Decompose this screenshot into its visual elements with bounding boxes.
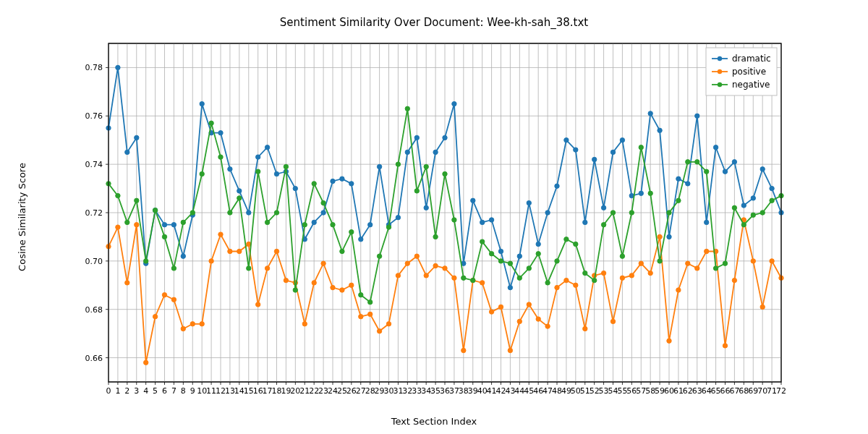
x-tick-label: 47 — [542, 386, 553, 396]
x-tick-label: 0 — [106, 386, 111, 396]
series-marker-positive — [302, 322, 307, 326]
series-marker-positive — [498, 305, 503, 309]
series-marker-dramatic — [181, 254, 185, 258]
x-tick-label: 24 — [328, 386, 338, 396]
series-marker-dramatic — [713, 145, 718, 150]
series-marker-negative — [629, 210, 634, 215]
series-marker-negative — [610, 210, 615, 215]
series-marker-dramatic — [396, 216, 400, 220]
series-marker-negative — [162, 234, 166, 239]
series-marker-negative — [461, 276, 466, 280]
x-tick-label: 44 — [514, 386, 524, 396]
series-marker-negative — [741, 223, 746, 227]
x-tick-label: 25 — [337, 386, 347, 396]
series-marker-negative — [125, 220, 129, 224]
series-marker-positive — [171, 297, 176, 302]
series-marker-negative — [751, 213, 755, 217]
series-marker-negative — [517, 276, 522, 280]
series-marker-dramatic — [247, 210, 251, 215]
x-tick-label: 61 — [673, 386, 684, 396]
series-marker-dramatic — [116, 65, 120, 69]
series-marker-positive — [639, 261, 643, 265]
series-marker-positive — [751, 259, 755, 263]
series-marker-dramatic — [293, 186, 297, 190]
x-tick-label: 60 — [664, 386, 674, 396]
series-marker-positive — [536, 317, 540, 321]
series-marker-negative — [200, 171, 204, 176]
series-marker-positive — [321, 261, 326, 265]
series-marker-negative — [536, 252, 540, 256]
series-marker-positive — [265, 266, 269, 271]
series-marker-dramatic — [265, 145, 269, 150]
series-marker-dramatic — [686, 182, 690, 186]
series-marker-dramatic — [695, 114, 699, 118]
x-tick-label: 69 — [748, 386, 758, 396]
y-tick-label: 0.68 — [85, 305, 103, 315]
series-marker-negative — [209, 121, 213, 125]
series-marker-dramatic — [162, 223, 166, 227]
series-marker-negative — [274, 210, 278, 215]
series-marker-positive — [723, 344, 727, 348]
series-marker-positive — [190, 322, 195, 326]
x-tick-label: 71 — [767, 386, 777, 396]
series-marker-negative — [705, 169, 709, 174]
series-marker-negative — [527, 266, 531, 271]
series-marker-dramatic — [610, 150, 615, 154]
series-marker-positive — [517, 319, 522, 323]
series-marker-negative — [256, 169, 260, 174]
series-marker-dramatic — [200, 101, 204, 106]
series-marker-negative — [564, 237, 569, 242]
series-marker-positive — [153, 315, 157, 319]
series-marker-dramatic — [676, 176, 681, 181]
series-marker-positive — [312, 281, 316, 285]
series-marker-positive — [181, 326, 185, 331]
series-marker-positive — [377, 329, 381, 333]
series-marker-dramatic — [517, 254, 522, 258]
x-tick-label: 65 — [711, 386, 721, 396]
series-marker-dramatic — [331, 179, 335, 183]
series-marker-negative — [601, 223, 605, 227]
series-marker-positive — [667, 339, 671, 343]
x-tick-label: 15 — [244, 386, 254, 396]
series-marker-negative — [321, 200, 326, 205]
y-tick-label: 0.70 — [85, 257, 103, 266]
series-marker-positive — [583, 326, 587, 331]
legend-marker-dramatic — [718, 56, 722, 61]
series-marker-dramatic — [555, 184, 559, 188]
series-marker-negative — [471, 278, 475, 282]
series-marker-dramatic — [405, 150, 409, 154]
series-marker-dramatic — [359, 237, 363, 242]
x-tick-label: 34 — [421, 386, 431, 396]
x-tick-label: 64 — [702, 386, 712, 396]
series-marker-dramatic — [751, 196, 755, 200]
series-marker-negative — [302, 223, 307, 227]
series-marker-positive — [601, 271, 605, 275]
series-marker-negative — [555, 259, 559, 263]
legend-marker-negative — [718, 82, 722, 87]
series-marker-negative — [293, 288, 297, 292]
x-tick-label: 55 — [617, 386, 627, 396]
y-tick-label: 0.72 — [85, 208, 103, 218]
series-marker-positive — [732, 278, 736, 282]
series-marker-negative — [414, 189, 419, 193]
x-tick-label: 31 — [393, 386, 403, 396]
series-marker-dramatic — [723, 169, 727, 174]
series-marker-negative — [331, 223, 335, 227]
series-marker-positive — [228, 249, 232, 253]
x-tick-label: 21 — [299, 386, 310, 396]
x-tick-label: 2 — [124, 386, 129, 396]
series-marker-negative — [237, 196, 242, 200]
x-tick-label: 56 — [626, 386, 637, 396]
chart-svg: 0123456789101112131415161718192021222324… — [0, 0, 868, 434]
x-tick-label: 8 — [181, 386, 186, 396]
series-marker-dramatic — [443, 135, 447, 140]
series-marker-negative — [377, 254, 381, 258]
series-marker-negative — [723, 261, 727, 265]
x-tick-label: 48 — [552, 386, 562, 396]
series-marker-negative — [648, 191, 652, 195]
x-tick-label: 45 — [524, 386, 534, 396]
x-tick-label: 53 — [599, 386, 609, 396]
series-marker-dramatic — [274, 171, 278, 176]
series-marker-dramatic — [564, 138, 569, 142]
series-marker-dramatic — [705, 220, 709, 224]
